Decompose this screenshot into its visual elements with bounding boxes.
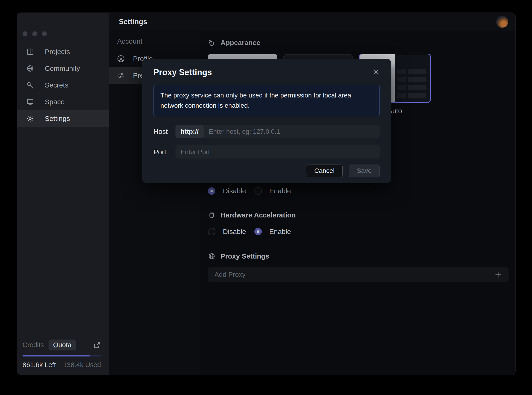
quota-progress-fill bbox=[22, 355, 90, 357]
sidebar-item-community[interactable]: Community bbox=[17, 60, 109, 77]
radio-group-hardware: Disable Enable bbox=[208, 228, 509, 236]
radio-label: Disable bbox=[223, 187, 246, 195]
radio-label: Enable bbox=[269, 187, 291, 195]
sidebar-nav: Projects Community Secrets Space Setting… bbox=[17, 44, 109, 127]
host-input[interactable] bbox=[204, 128, 380, 135]
credits-left-label: 861.6k Left bbox=[22, 361, 56, 369]
sidebar-item-settings[interactable]: Settings bbox=[17, 110, 109, 127]
radio-label: Enable bbox=[269, 228, 291, 236]
sidebar-item-secrets[interactable]: Secrets bbox=[17, 77, 109, 93]
globe-icon bbox=[26, 65, 34, 72]
avatar[interactable] bbox=[496, 16, 508, 28]
sidebar-item-label: Secrets bbox=[45, 81, 68, 89]
globe-icon bbox=[208, 252, 215, 260]
proxy-info-message: The proxy service can only be used if th… bbox=[154, 85, 380, 116]
port-label: Port bbox=[154, 148, 176, 156]
gear-icon bbox=[26, 115, 34, 122]
port-input[interactable] bbox=[176, 148, 380, 156]
modal-title: Proxy Settings bbox=[154, 67, 212, 77]
ink-pen-icon bbox=[208, 39, 215, 46]
radio-option-disable[interactable]: Disable bbox=[208, 187, 246, 195]
sidebar: Projects Community Secrets Space Setting… bbox=[17, 13, 109, 375]
radio-selected[interactable] bbox=[208, 187, 215, 195]
zoom-window-button[interactable] bbox=[42, 31, 47, 36]
host-input-box: http:// bbox=[176, 125, 380, 138]
radio-group-1: Disable Enable bbox=[208, 187, 509, 195]
radio-selected[interactable] bbox=[254, 228, 262, 235]
sidebar-item-label: Community bbox=[45, 65, 80, 72]
traffic-lights bbox=[22, 31, 47, 36]
sidebar-item-label: Space bbox=[45, 98, 65, 106]
radio-option-enable[interactable]: Enable bbox=[254, 187, 291, 195]
quota-progress bbox=[22, 355, 101, 357]
auto-card-preview-rows bbox=[397, 69, 426, 99]
add-proxy-row[interactable]: Add Proxy bbox=[208, 267, 509, 282]
grid-icon bbox=[26, 48, 34, 56]
section-title: Hardware Acceleration bbox=[220, 211, 296, 219]
radio-label: Disable bbox=[223, 228, 246, 236]
add-proxy-label: Add Proxy bbox=[214, 271, 246, 279]
plus-icon[interactable] bbox=[494, 271, 502, 279]
sidebar-item-projects[interactable]: Projects bbox=[17, 44, 109, 60]
key-icon bbox=[26, 81, 34, 89]
appearance-section-header: Appearance bbox=[208, 39, 509, 47]
credits-used-label: 138.4k Used bbox=[63, 361, 101, 369]
person-icon bbox=[117, 55, 125, 63]
tab-quota[interactable]: Quota bbox=[49, 340, 76, 351]
save-button[interactable]: Save bbox=[349, 165, 380, 177]
app-header: Settings bbox=[109, 13, 516, 31]
section-title: Appearance bbox=[220, 39, 260, 47]
port-input-box bbox=[176, 145, 380, 159]
sliders-icon bbox=[117, 71, 125, 80]
port-field-row: Port bbox=[154, 145, 380, 159]
close-window-button[interactable] bbox=[22, 31, 27, 36]
sidebar-item-label: Projects bbox=[45, 48, 70, 56]
host-label: Host bbox=[154, 128, 176, 136]
credits-footer: Credits Quota 861.6k Left 138.4k Used bbox=[22, 340, 101, 369]
section-title: Proxy Settings bbox=[220, 252, 269, 260]
minimize-window-button[interactable] bbox=[32, 31, 37, 36]
host-field-row: Host http:// bbox=[154, 125, 380, 138]
tab-credits[interactable]: Credits bbox=[22, 341, 44, 349]
radio-option-disable[interactable]: Disable bbox=[208, 228, 246, 236]
screen: Projects Community Secrets Space Setting… bbox=[0, 0, 532, 395]
page-title: Settings bbox=[119, 18, 147, 26]
monitor-icon bbox=[26, 98, 34, 106]
host-prefix: http:// bbox=[176, 125, 204, 138]
settings-section-label: Account bbox=[117, 37, 200, 45]
sidebar-item-space[interactable]: Space bbox=[17, 93, 109, 110]
external-link-icon[interactable] bbox=[93, 341, 101, 349]
cancel-button[interactable]: Cancel bbox=[306, 165, 343, 177]
proxy-settings-modal: Proxy Settings The proxy service can onl… bbox=[142, 59, 391, 183]
radio-option-enable[interactable]: Enable bbox=[254, 228, 291, 236]
close-icon[interactable] bbox=[373, 68, 380, 75]
radio-unselected[interactable] bbox=[254, 187, 262, 195]
sidebar-item-label: Settings bbox=[45, 115, 70, 122]
proxy-section-header: Proxy Settings bbox=[208, 252, 509, 260]
chip-icon bbox=[208, 211, 215, 219]
radio-unselected[interactable] bbox=[208, 228, 215, 235]
hardware-acceleration-header: Hardware Acceleration bbox=[208, 211, 509, 219]
